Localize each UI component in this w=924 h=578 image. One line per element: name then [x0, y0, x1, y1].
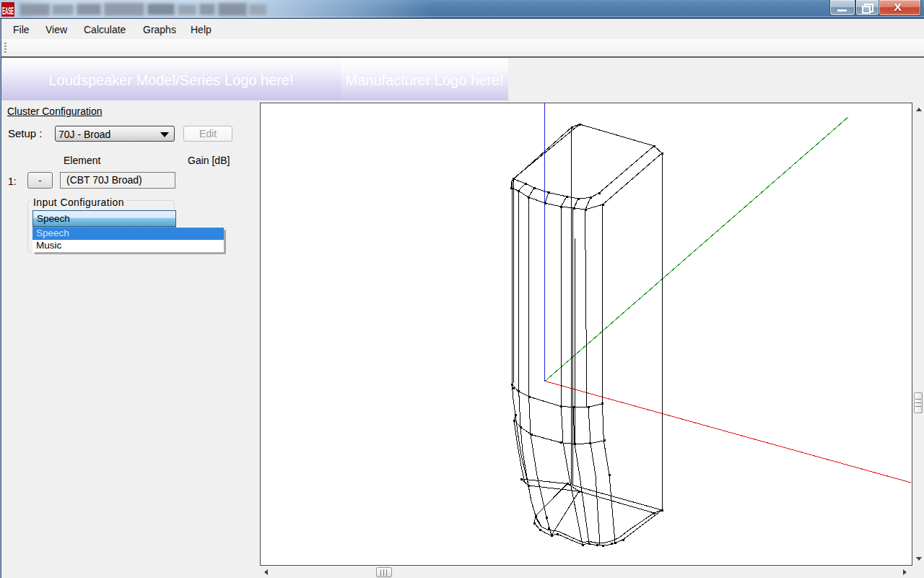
svg-text:EASE: EASE — [2, 4, 14, 17]
